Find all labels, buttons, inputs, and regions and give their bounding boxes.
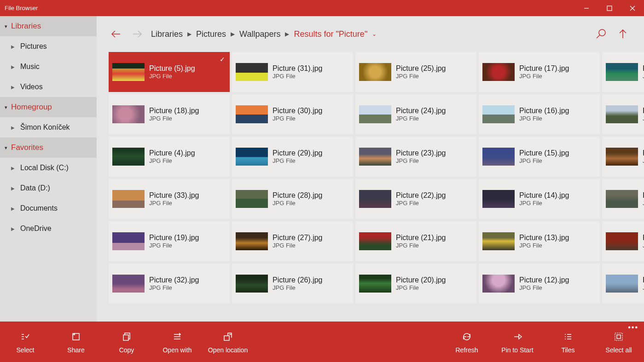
file-item[interactable]: Picture (32).jpgJPG File: [109, 264, 230, 304]
file-name: Picture (29).jpg: [273, 149, 323, 157]
file-item[interactable]: Picture (26).jpgJPG File: [232, 264, 353, 304]
close-button[interactable]: [621, 0, 644, 16]
file-item[interactable]: Picture (25).jpgJPG File: [355, 52, 476, 92]
file-item[interactable]: Picture (3).jpgJPG File: [602, 221, 644, 261]
file-name: Picture (33).jpg: [149, 191, 199, 200]
file-name: Picture (20).jpg: [396, 276, 446, 284]
openwith-button[interactable]: Open with: [152, 330, 203, 354]
content-area: Libraries▶Pictures▶Wallpapers▶Results fo…: [97, 16, 644, 322]
file-item[interactable]: Picture (31).jpgJPG File: [232, 52, 353, 92]
file-type: JPG File: [519, 115, 569, 122]
command-label: Pin to Start: [501, 346, 533, 354]
topbar: Libraries▶Pictures▶Wallpapers▶Results fo…: [97, 16, 644, 52]
file-item[interactable]: Picture (17).jpgJPG File: [479, 52, 600, 92]
thumbnail: [482, 105, 515, 123]
file-type: JPG File: [149, 157, 195, 164]
file-item[interactable]: Picture (8).jpgJPG File: [602, 94, 644, 134]
file-item[interactable]: Picture (2).jpgJPG File: [602, 264, 644, 304]
file-item[interactable]: Picture (13).jpgJPG File: [479, 221, 600, 261]
file-name: Picture (22).jpg: [396, 191, 446, 200]
file-item[interactable]: Picture (14).jpgJPG File: [479, 179, 600, 219]
openlocation-button[interactable]: Open location: [203, 330, 253, 354]
file-item[interactable]: Picture (6).jpgJPG File: [602, 179, 644, 219]
selectall-button[interactable]: Select all: [593, 330, 644, 354]
forward-button[interactable]: [128, 25, 146, 43]
thumbnail: [606, 148, 638, 166]
command-label: Refresh: [455, 346, 478, 354]
file-item[interactable]: Picture (21).jpgJPG File: [355, 221, 476, 261]
file-type: JPG File: [273, 200, 323, 207]
file-item[interactable]: Picture (28).jpgJPG File: [232, 179, 353, 219]
file-item[interactable]: Picture (4).jpgJPG File: [109, 137, 230, 177]
file-item[interactable]: Picture (5).jpgJPG File✓: [109, 52, 230, 92]
thumbnail: [112, 275, 145, 293]
back-button[interactable]: [107, 25, 125, 43]
file-type: JPG File: [519, 157, 569, 164]
thumbnail: [236, 275, 268, 293]
sidebar-item[interactable]: ▶Music: [0, 57, 97, 77]
file-item[interactable]: Picture (15).jpgJPG File: [479, 137, 600, 177]
copy-button[interactable]: Copy: [101, 330, 152, 354]
file-item[interactable]: Picture (9).jpgJPG File: [602, 52, 644, 92]
sidebar-item[interactable]: ▶Šimon Koníček: [0, 117, 97, 138]
command-bar: ••• SelectShareCopyOpen withOpen locatio…: [0, 322, 644, 362]
file-item[interactable]: Picture (22).jpgJPG File: [355, 179, 476, 219]
sidebar-item[interactable]: ▶Local Disk (C:): [0, 158, 97, 178]
file-item[interactable]: Picture (20).jpgJPG File: [355, 264, 476, 304]
sidebar-item[interactable]: ▶Pictures: [0, 36, 97, 57]
up-button[interactable]: [612, 23, 634, 45]
file-item[interactable]: Picture (16).jpgJPG File: [479, 94, 600, 134]
file-item[interactable]: Picture (29).jpgJPG File: [232, 137, 353, 177]
sidebar-item[interactable]: ▶Data (D:): [0, 178, 97, 198]
pin-button[interactable]: Pin to Start: [492, 330, 543, 354]
sidebar-section-favorites[interactable]: ▾Favorites: [0, 138, 97, 158]
search-button[interactable]: [590, 23, 612, 45]
breadcrumb-item[interactable]: Libraries: [151, 29, 183, 39]
file-item[interactable]: Picture (18).jpgJPG File: [109, 94, 230, 134]
refresh-button[interactable]: Refresh: [441, 330, 492, 354]
sidebar-section-homegroup[interactable]: ▾Homegroup: [0, 97, 97, 117]
file-type: JPG File: [273, 157, 323, 164]
thumbnail: [359, 148, 391, 166]
file-item[interactable]: Picture (27).jpgJPG File: [232, 221, 353, 261]
tiles-button[interactable]: Tiles: [543, 330, 593, 354]
more-button[interactable]: •••: [628, 323, 638, 332]
sidebar-item-label: Data (D:): [20, 184, 50, 192]
svg-line-7: [597, 35, 600, 38]
sidebar-section-libraries[interactable]: ▾Libraries: [0, 16, 97, 36]
chevron-down-icon: ▾: [5, 145, 7, 151]
minimize-button[interactable]: [575, 0, 598, 16]
thumbnail: [236, 232, 268, 250]
breadcrumb-item[interactable]: Wallpapers: [239, 29, 280, 39]
file-name: Picture (21).jpg: [396, 234, 446, 242]
select-button[interactable]: Select: [0, 330, 51, 354]
file-type: JPG File: [519, 284, 569, 291]
breadcrumb-item[interactable]: Pictures: [196, 29, 226, 39]
sidebar-item-label: Pictures: [20, 42, 47, 51]
file-name: Picture (27).jpg: [273, 234, 323, 242]
sidebar-item[interactable]: ▶OneDrive: [0, 218, 97, 239]
file-item[interactable]: Picture (30).jpgJPG File: [232, 94, 353, 134]
chevron-right-icon: ▶: [187, 31, 191, 37]
share-button[interactable]: Share: [51, 330, 101, 354]
file-type: JPG File: [396, 73, 446, 80]
sidebar-section-label: Homegroup: [11, 103, 52, 112]
sidebar-item-label: Videos: [20, 83, 43, 91]
file-item[interactable]: Picture (23).jpgJPG File: [355, 137, 476, 177]
breadcrumb-current[interactable]: Results for "Picture": [294, 29, 367, 39]
sidebar-item-label: Šimon Koníček: [20, 123, 70, 132]
chevron-right-icon: ▶: [11, 166, 15, 171]
chevron-right-icon: ▶: [11, 125, 15, 130]
chevron-down-icon[interactable]: ⌄: [372, 31, 377, 37]
file-item[interactable]: Picture (19).jpgJPG File: [109, 221, 230, 261]
file-item[interactable]: Picture (24).jpgJPG File: [355, 94, 476, 134]
file-item[interactable]: Picture (33).jpgJPG File: [109, 179, 230, 219]
sidebar-item[interactable]: ▶Documents: [0, 198, 97, 218]
command-label: Open with: [162, 346, 191, 354]
chevron-down-icon: ▾: [5, 104, 7, 110]
maximize-button[interactable]: [598, 0, 621, 16]
file-item[interactable]: Picture (12).jpgJPG File: [479, 264, 600, 304]
sidebar-item[interactable]: ▶Videos: [0, 77, 97, 97]
file-type: JPG File: [273, 242, 323, 249]
file-item[interactable]: Picture (7).jpgJPG File: [602, 137, 644, 177]
